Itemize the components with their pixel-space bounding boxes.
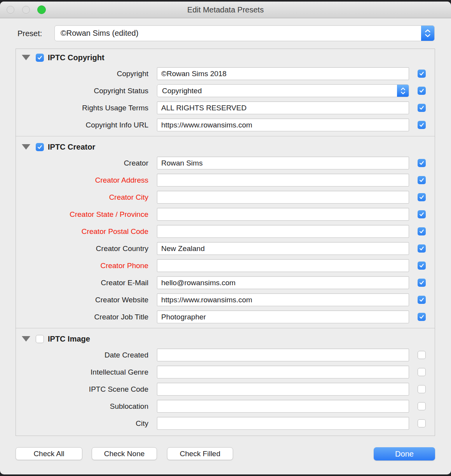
metadata-text-input[interactable] [157,259,409,272]
metadata-field-row: Rights Usage Terms [16,101,435,114]
metadata-field-row: Date Created [16,349,435,361]
metadata-text-input[interactable] [157,400,409,413]
metadata-text-input[interactable] [157,276,409,289]
section-header: IPTC Image [22,334,435,344]
field-label: IPTC Scene Code [16,385,148,394]
metadata-text-input[interactable] [157,242,409,255]
check-filled-button[interactable]: Check Filled [167,447,233,460]
disclosure-triangle-icon[interactable] [22,54,30,61]
field-include-checkbox[interactable] [418,227,426,235]
metadata-text-input[interactable] [157,119,409,131]
edit-metadata-presets-dialog: Edit Metadata Presets Preset: ©Rowan Sim… [0,2,451,474]
metadata-scroll-area[interactable]: IPTC Copyright Copyright Copyright Statu… [16,49,435,436]
popup-selected-value: Copyrighted [157,87,202,95]
dialog-title: Edit Metadata Presets [0,2,451,18]
section-checkbox[interactable] [36,335,44,343]
field-label: Date Created [16,351,148,359]
metadata-text-input[interactable] [157,191,409,204]
metadata-field-row: Creator Website [16,293,435,306]
checkmark-icon [419,122,425,128]
check-none-button[interactable]: Check None [92,447,157,460]
field-wrap [157,174,409,187]
field-include-checkbox[interactable] [418,313,426,321]
checkmark-icon [419,314,425,320]
field-wrap [157,349,409,361]
disclosure-triangle-icon[interactable] [22,336,30,342]
field-include-checkbox[interactable] [418,159,426,167]
checkmark-icon [419,228,425,234]
field-wrap [157,191,409,204]
field-wrap [157,225,409,238]
field-label: Creator Phone [16,262,148,270]
field-wrap: Copyrighted [157,84,409,97]
field-wrap [157,119,409,131]
section-checkbox[interactable] [36,54,44,62]
field-label: Rights Usage Terms [16,104,148,112]
metadata-field-row: IPTC Scene Code [16,383,435,396]
preset-label: Preset: [17,26,42,42]
checkmark-icon [419,88,425,94]
metadata-field-row: Creator State / Province [16,208,435,221]
field-wrap [157,259,409,272]
field-label: Creator Postal Code [16,227,148,236]
field-include-checkbox[interactable] [418,402,426,410]
metadata-text-input[interactable] [157,174,409,187]
field-include-checkbox[interactable] [418,104,426,112]
metadata-field-row: Creator Phone [16,259,435,272]
field-wrap [157,208,409,221]
section-header: IPTC Copyright [22,52,435,63]
field-include-checkbox[interactable] [418,193,426,201]
field-include-checkbox[interactable] [418,296,426,304]
field-include-checkbox[interactable] [418,262,426,270]
field-wrap [157,366,409,378]
field-include-checkbox[interactable] [418,351,426,359]
metadata-text-input[interactable] [157,310,409,323]
field-wrap [157,67,409,80]
field-include-checkbox[interactable] [418,419,426,427]
field-label: Creator Country [16,244,148,253]
section-divider [16,328,435,328]
checkmark-icon [419,194,425,200]
metadata-text-input[interactable] [157,349,409,361]
metadata-text-input[interactable] [157,67,409,80]
metadata-field-row: Creator Postal Code [16,225,435,238]
field-label: Sublocation [16,402,148,411]
metadata-text-input[interactable] [157,293,409,306]
metadata-text-input[interactable] [157,157,409,169]
metadata-text-input[interactable] [157,417,409,430]
preset-popup[interactable]: ©Rowan Sims (edited) [54,25,435,41]
field-include-checkbox[interactable] [418,368,426,376]
field-include-checkbox[interactable] [418,244,426,253]
done-button[interactable]: Done [374,447,435,460]
field-label: Copyright Info URL [16,121,148,129]
checkmark-icon [419,280,425,286]
field-label: Creator Address [16,176,148,185]
metadata-text-input[interactable] [157,225,409,238]
metadata-section: IPTC Copyright Copyright Copyright Statu… [16,52,435,131]
field-include-checkbox[interactable] [418,279,426,287]
checkmark-icon [419,177,425,183]
field-wrap [157,383,409,396]
field-include-checkbox[interactable] [418,176,426,184]
metadata-field-row: Copyright Status Copyrighted [16,84,435,97]
metadata-text-input[interactable] [157,366,409,378]
preset-stepper-icon[interactable] [421,26,434,41]
metadata-text-input[interactable] [157,383,409,396]
field-include-checkbox[interactable] [418,210,426,218]
checkmark-icon [419,211,425,217]
field-wrap [157,400,409,413]
field-include-checkbox[interactable] [418,121,426,129]
checkmark-icon [419,246,425,251]
section-checkbox[interactable] [36,143,44,151]
field-label: Intellectual Genre [16,368,148,377]
field-include-checkbox[interactable] [418,70,426,78]
check-all-button[interactable]: Check All [16,447,82,460]
field-include-checkbox[interactable] [418,385,426,393]
disclosure-triangle-icon[interactable] [22,144,30,150]
metadata-text-input[interactable] [157,208,409,221]
metadata-text-input[interactable] [157,101,409,114]
metadata-popup[interactable]: Copyrighted [157,84,409,97]
field-include-checkbox[interactable] [418,87,426,95]
metadata-field-row: Sublocation [16,400,435,413]
popup-stepper-icon[interactable] [397,85,409,97]
